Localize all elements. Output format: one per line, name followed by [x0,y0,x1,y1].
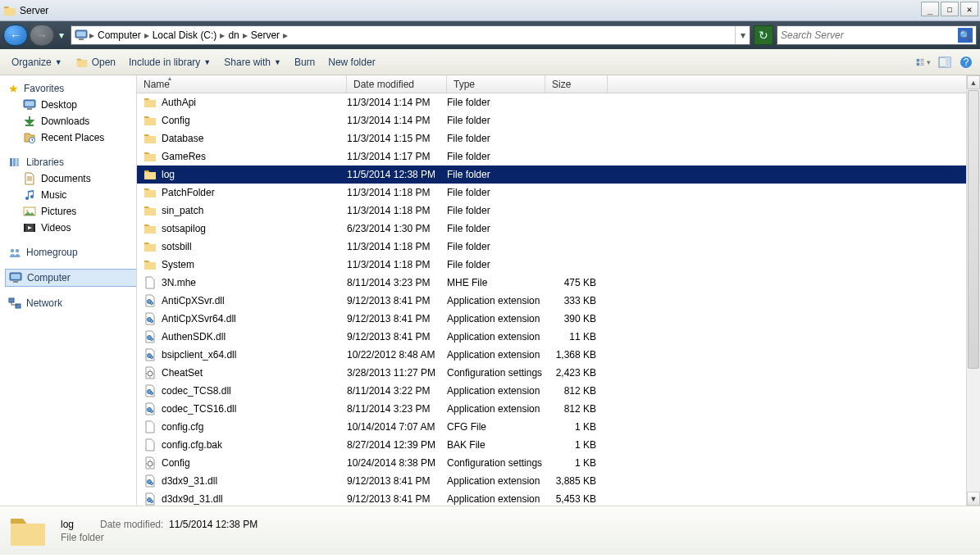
file-row[interactable]: AntiCpXSvr64.dll9/12/2013 8:41 PMApplica… [137,310,980,328]
include-in-library-button[interactable]: Include in library▼ [124,54,216,70]
file-type: Application extension [447,403,545,415]
file-type: Application extension [447,349,545,361]
file-row[interactable]: bsipclient_x64.dll10/22/2012 8:48 AMAppl… [137,346,980,364]
file-size: 11 KB [545,331,608,343]
help-button[interactable] [959,55,973,70]
scroll-up-button[interactable]: ▲ [967,75,980,89]
share-with-button[interactable]: Share with▼ [219,54,286,70]
column-type[interactable]: Type [447,75,545,93]
search-icon[interactable]: 🔍 [958,28,973,43]
file-row[interactable]: d3dx9d_31.dll9/12/2013 8:41 PMApplicatio… [137,490,980,506]
sidebar-network[interactable]: Network [8,295,136,311]
view-options-button[interactable] [916,55,931,70]
file-date: 8/27/2014 12:39 PM [347,439,447,451]
file-row[interactable]: codec_TCS8.dll8/11/2014 3:22 PMApplicati… [137,382,980,400]
scroll-thumb[interactable] [968,90,979,369]
file-row[interactable]: System11/3/2014 1:18 PMFile folder [137,256,980,274]
sidebar-item-desktop[interactable]: Desktop [8,97,136,113]
breadcrumb-seg-2[interactable]: Server [249,29,281,41]
file-row[interactable]: sin_patch11/3/2014 1:18 PMFile folder [137,202,980,220]
recent-locations-dropdown[interactable]: ▾ [56,25,67,46]
file-size: 5,453 KB [545,493,608,505]
close-button[interactable]: ✕ [960,2,978,16]
sidebar-computer[interactable]: Computer [5,269,136,287]
details-name: log [61,519,82,530]
vertical-scrollbar[interactable]: ▲ ▼ [966,75,980,506]
folder-icon [144,114,157,127]
file-name: PatchFolder [162,187,347,198]
file-row[interactable]: AuthenSDK.dll9/12/2013 8:41 PMApplicatio… [137,328,980,346]
file-row[interactable]: config.cfg10/14/2014 7:07 AMCFG File1 KB [137,418,980,436]
breadcrumb-root[interactable]: Computer [96,29,143,41]
file-row[interactable]: Config11/3/2014 1:14 PMFile folder [137,111,980,129]
file-row[interactable]: config.cfg.bak8/27/2014 12:39 PMBAK File… [137,436,980,454]
search-box[interactable]: 🔍 [777,25,977,45]
file-row[interactable]: Database11/3/2014 1:15 PMFile folder [137,129,980,147]
file-type: BAK File [447,439,545,451]
sidebar-item-pictures[interactable]: Pictures [8,203,136,220]
file-type: File folder [447,223,545,234]
sidebar-item-documents[interactable]: Documents [8,170,136,187]
file-name: CheatSet [162,367,347,379]
file-date: 3/28/2013 11:27 PM [347,367,447,379]
file-row[interactable]: Config10/24/2014 8:38 PMConfiguration se… [137,454,980,472]
minimize-button[interactable]: _ [921,2,939,16]
search-input[interactable] [781,29,958,41]
new-folder-button[interactable]: New folder [323,54,380,70]
file-row[interactable]: PatchFolder11/3/2014 1:18 PMFile folder [137,184,980,202]
file-row[interactable]: 3N.mhe8/11/2014 3:23 PMMHE File475 KB [137,274,980,292]
file-row[interactable]: d3dx9_31.dll9/12/2013 8:41 PMApplication… [137,472,980,490]
file-date: 9/12/2013 8:41 PM [347,493,447,505]
column-headers: Name▴ Date modified Type Size [137,75,980,93]
folder-icon [144,96,157,109]
file-type: File folder [447,241,545,252]
file-row[interactable]: GameRes11/3/2014 1:17 PMFile folder [137,147,980,166]
file-name: bsipclient_x64.dll [162,349,347,361]
downloads-icon [23,115,36,128]
column-date[interactable]: Date modified [347,75,447,93]
column-size[interactable]: Size [545,75,608,93]
sidebar-item-videos[interactable]: Videos [8,220,136,236]
maximize-button[interactable]: ☐ [941,2,959,16]
back-button[interactable]: ← [3,25,28,46]
file-size: 812 KB [545,403,608,415]
title-bar: Server _ ☐ ✕ [0,0,980,21]
file-size: 475 KB [545,277,608,288]
sidebar-libraries[interactable]: Libraries [8,154,136,170]
file-row[interactable]: sotsapilog6/23/2014 1:30 PMFile folder [137,220,980,238]
file-type: File folder [447,169,545,180]
breadcrumb-seg-1[interactable]: dn [226,29,240,41]
file-row[interactable]: AntiCpXSvr.dll9/12/2013 8:41 PMApplicati… [137,292,980,310]
sidebar-item-music[interactable]: Music [8,187,136,203]
file-row[interactable]: codec_TCS16.dll8/11/2014 3:23 PMApplicat… [137,400,980,418]
open-button[interactable]: Open [71,54,121,70]
file-row[interactable]: log11/5/2014 12:38 PMFile folder [137,166,980,184]
file-date: 11/3/2014 1:15 PM [347,133,447,144]
file-name: sin_patch [162,205,347,216]
folder-icon [144,186,157,199]
sidebar-item-recent-places[interactable]: Recent Places [8,129,136,146]
sidebar-homegroup[interactable]: Homegroup [8,244,136,261]
file-row[interactable]: AuthApi11/3/2014 1:14 PMFile folder [137,93,980,111]
file-rows: AuthApi11/3/2014 1:14 PMFile folderConfi… [137,93,980,506]
preview-pane-button[interactable] [937,55,952,70]
file-type: Configuration settings [447,457,545,469]
column-name[interactable]: Name▴ [137,75,347,93]
address-dropdown[interactable]: ▾ [735,26,750,44]
breadcrumb-seg-0[interactable]: Local Disk (C:) [151,29,219,41]
file-size: 1 KB [545,421,608,433]
sidebar-item-downloads[interactable]: Downloads [8,113,136,129]
command-bar: Organize▼ Open Include in library▼ Share… [0,49,980,75]
file-row[interactable]: CheatSet3/28/2013 11:27 PMConfiguration … [137,364,980,382]
file-row[interactable]: sotsbill11/3/2014 1:18 PMFile folder [137,238,980,256]
file-size: 1 KB [545,439,608,451]
file-name: sotsbill [162,241,347,252]
refresh-button[interactable]: ↻ [754,25,773,45]
organize-button[interactable]: Organize▼ [7,54,67,70]
burn-button[interactable]: Burn [289,54,320,70]
file-name: sotsapilog [162,223,347,234]
file-name: codec_TCS16.dll [162,403,347,415]
sidebar-favorites[interactable]: ★Favorites [8,80,136,97]
scroll-down-button[interactable]: ▼ [967,492,980,506]
address-bar[interactable]: ▸ Computer ▸ Local Disk (C:) ▸ dn ▸ Serv… [71,25,750,45]
